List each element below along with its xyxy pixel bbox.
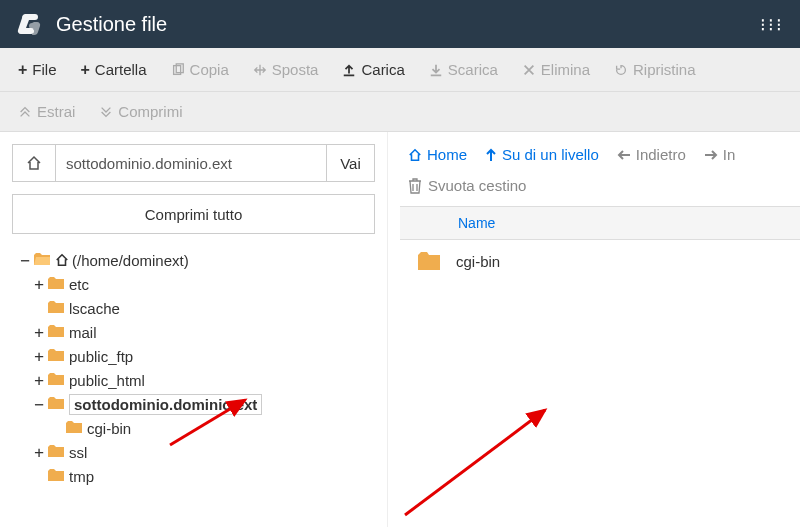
tree-item-label: lscache: [69, 300, 120, 317]
path-input[interactable]: [56, 144, 327, 182]
tree-item-label: ssl: [69, 444, 87, 461]
home-icon: [408, 148, 422, 162]
home-icon: [26, 155, 42, 171]
folder-icon: [48, 325, 64, 339]
expand-icon[interactable]: +: [32, 347, 46, 366]
expand-icon[interactable]: +: [32, 323, 46, 342]
tree-item-label: public_html: [69, 372, 145, 389]
tree-item[interactable]: −sottodominio.dominio.ext: [32, 392, 375, 416]
app-header: Gestione file ⁝⁝⁝: [0, 0, 800, 48]
folder-icon: [48, 277, 64, 291]
nav-home[interactable]: Home: [408, 146, 467, 163]
tree-item-label: cgi-bin: [87, 420, 131, 437]
folder-tree: − (/home/dominext) +etc+lscache+mail+pub…: [12, 248, 375, 488]
nav-forward[interactable]: In: [704, 146, 736, 163]
nav-up[interactable]: Su di un livello: [485, 146, 599, 163]
home-icon: [55, 253, 69, 267]
toolbar-primary: +File +Cartella Copia Sposta Carica Scar…: [0, 48, 800, 92]
collapse-icon[interactable]: −: [18, 251, 32, 270]
table-header[interactable]: Name: [400, 206, 800, 240]
nav-back[interactable]: Indietro: [617, 146, 686, 163]
main-panel: Home Su di un livello Indietro In Svuota…: [388, 132, 800, 527]
folder-icon: [48, 445, 64, 459]
delete-button[interactable]: Elimina: [512, 55, 600, 84]
folder-icon: [48, 373, 64, 387]
folder-icon: [66, 421, 82, 435]
tree-root[interactable]: − (/home/dominext): [18, 248, 375, 272]
tree-item-label: sottodominio.dominio.ext: [69, 394, 262, 415]
table-row[interactable]: cgi-bin: [400, 240, 800, 282]
restore-button[interactable]: Ripristina: [604, 55, 706, 84]
move-button[interactable]: Sposta: [243, 55, 329, 84]
tree-item[interactable]: +ssl: [32, 440, 375, 464]
folder-icon: [48, 301, 64, 315]
expand-icon[interactable]: +: [32, 371, 46, 390]
up-arrow-icon: [485, 148, 497, 162]
expand-icon[interactable]: +: [32, 443, 46, 462]
tree-item[interactable]: +tmp: [32, 464, 375, 488]
copy-button[interactable]: Copia: [161, 55, 239, 84]
tree-item-label: mail: [69, 324, 97, 341]
header-menu-icon[interactable]: ⁝⁝⁝: [760, 14, 784, 36]
file-name: cgi-bin: [456, 253, 500, 270]
download-button[interactable]: Scarica: [419, 55, 508, 84]
compress-button[interactable]: Comprimi: [89, 97, 192, 126]
app-title: Gestione file: [56, 13, 167, 36]
sidebar: Vai Comprimi tutto − (/home/dominext) +e…: [0, 132, 388, 527]
tree-item[interactable]: +mail: [32, 320, 375, 344]
folder-icon: [48, 349, 64, 363]
tree-root-label: (/home/dominext): [72, 252, 189, 269]
tree-item[interactable]: +public_html: [32, 368, 375, 392]
tree-item[interactable]: +lscache: [32, 296, 375, 320]
go-button[interactable]: Vai: [327, 144, 375, 182]
cpanel-logo-icon: [12, 8, 44, 40]
upload-button[interactable]: Carica: [332, 55, 414, 84]
tree-item-label: etc: [69, 276, 89, 293]
left-arrow-icon: [617, 149, 631, 161]
path-bar: Vai: [12, 144, 375, 182]
compress-all-button[interactable]: Comprimi tutto: [12, 194, 375, 234]
trash-icon: [408, 178, 422, 194]
breadcrumb-nav: Home Su di un livello Indietro In: [400, 144, 800, 173]
expand-icon[interactable]: +: [32, 467, 46, 486]
tree-item[interactable]: +cgi-bin: [50, 416, 375, 440]
tree-item[interactable]: +public_ftp: [32, 344, 375, 368]
folder-icon: [418, 252, 440, 270]
new-folder-button[interactable]: +Cartella: [71, 55, 157, 85]
home-button[interactable]: [12, 144, 56, 182]
tree-item[interactable]: +etc: [32, 272, 375, 296]
folder-icon: [48, 469, 64, 483]
expand-icon[interactable]: +: [32, 275, 46, 294]
col-name[interactable]: Name: [458, 215, 495, 231]
expand-icon[interactable]: −: [32, 395, 46, 414]
folder-icon: [48, 397, 64, 411]
expand-icon[interactable]: +: [32, 299, 46, 318]
empty-trash-button[interactable]: Svuota cestino: [400, 173, 800, 206]
right-arrow-icon: [704, 149, 718, 161]
new-file-button[interactable]: +File: [8, 55, 67, 85]
expand-icon[interactable]: +: [50, 419, 64, 438]
toolbar-secondary: Estrai Comprimi: [0, 92, 800, 132]
tree-item-label: tmp: [69, 468, 94, 485]
folder-open-icon: [34, 253, 50, 267]
tree-item-label: public_ftp: [69, 348, 133, 365]
extract-button[interactable]: Estrai: [8, 97, 85, 126]
